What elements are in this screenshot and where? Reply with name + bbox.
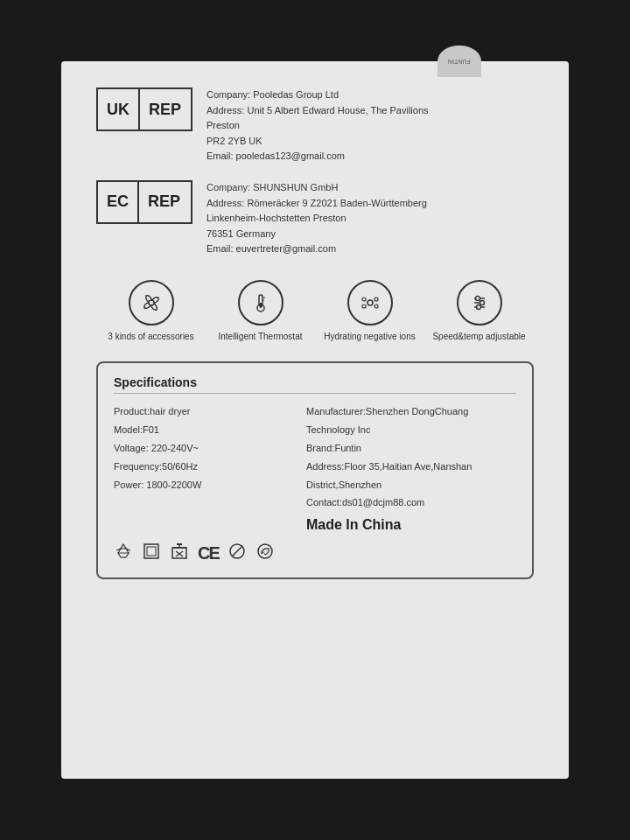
features-row: 3 kinds of accessories Intelligent Therm… [96, 280, 534, 342]
thermostat-label: Intelligent Thermostat [219, 331, 303, 342]
uk-email: Email: pooledas123@gmail.com [206, 149, 429, 164]
uk-rep-info: Company: Pooledas Group Ltd Address: Uni… [206, 88, 429, 164]
svg-point-15 [480, 300, 484, 304]
ce-mark: CE [198, 543, 219, 564]
ec-rep-box: EC REP [96, 180, 192, 224]
svg-point-27 [258, 544, 272, 558]
feature-thermostat: Intelligent Thermostat [213, 280, 309, 342]
accessories-label: 3 kinds of accessories [108, 331, 193, 342]
ec-company: Company: SHUNSHUN GmbH [206, 180, 427, 196]
spec-product: Product:hair dryer [114, 402, 289, 421]
feature-accessories: 3 kinds of accessories [103, 280, 200, 342]
ec-label: EC [98, 182, 139, 222]
disposal-icon [170, 542, 189, 565]
spec-contact: Contact:ds01@dcjm88.com [306, 494, 516, 512]
svg-point-14 [475, 296, 480, 300]
rep-label-ec: REP [139, 182, 189, 222]
svg-point-6 [368, 300, 373, 305]
speed-icon [457, 280, 502, 326]
svg-point-10 [374, 304, 378, 308]
svg-rect-18 [147, 547, 156, 556]
svg-line-26 [232, 546, 242, 556]
uk-company: Company: Pooledas Group Ltd [206, 88, 429, 103]
uk-address1: Address: Unit 5 Albert Edward House, The… [206, 103, 429, 119]
spec-manufacturer: Manufacturer:Shenzhen DongChuang Technol… [306, 402, 516, 439]
ec-email: Email: euvertreter@gmail.com [206, 242, 427, 257]
speed-label: Speed&temp adjustable [432, 331, 525, 342]
ec-address1: Address: Römeräcker 9 Z2021 Baden-Württe… [206, 196, 427, 212]
weee-icon [142, 542, 161, 565]
ec-rep-info: Company: SHUNSHUN GmbH Address: Römeräck… [206, 180, 427, 257]
sticker-text: FUNTIN [448, 58, 471, 65]
svg-point-16 [476, 304, 480, 309]
feature-speed: Speed&temp adjustable [431, 280, 528, 342]
rep-label-uk: REP [140, 89, 190, 130]
spec-frequency: Frequency:50/60Hz [114, 458, 289, 476]
svg-point-8 [374, 298, 378, 301]
ec-address3: 76351 Germany [206, 227, 427, 242]
spec-model: Model:F01 [114, 421, 289, 439]
product-box-panel: FUNTIN UK REP Company: Pooledas Group Lt… [61, 61, 569, 779]
spec-address: Address:Floor 35,Haitian Ave,Nanshan Dis… [306, 458, 516, 494]
feature-ions: Hydrating negative ions [322, 280, 418, 342]
uk-address3: PR2 2YB UK [206, 134, 429, 150]
specs-title: Specifications [114, 375, 516, 394]
specs-content: Product:hair dryer Model:F01 Voltage: 22… [114, 402, 516, 533]
specifications-box: Specifications Product:hair dryer Model:… [96, 361, 534, 579]
thermostat-icon [238, 280, 284, 326]
ions-icon [347, 280, 393, 326]
svg-point-7 [362, 298, 366, 301]
svg-point-9 [362, 304, 366, 308]
no-icon [228, 542, 247, 565]
ec-rep-section: EC REP Company: SHUNSHUN GmbH Address: R… [96, 180, 534, 257]
uk-label: UK [98, 89, 140, 130]
spec-power: Power: 1800-2200W [114, 476, 289, 494]
uk-rep-section: UK REP Company: Pooledas Group Ltd Addre… [96, 88, 534, 164]
top-sticker: FUNTIN [438, 46, 481, 77]
ions-label: Hydrating negative ions [324, 331, 416, 342]
ec-address2: Linkenheim-Hochstetten Preston [206, 211, 427, 227]
svg-rect-19 [172, 548, 186, 558]
green-dot-icon [256, 542, 275, 565]
compliance-row: CE [114, 542, 516, 565]
accessories-icon [129, 280, 174, 326]
made-in-china: Made In China [306, 517, 516, 533]
svg-point-0 [149, 300, 154, 305]
spec-brand: Brand:Funtin [306, 439, 516, 458]
svg-rect-17 [144, 544, 158, 558]
uk-address2: Preston [206, 118, 429, 134]
recycle-icon [114, 542, 133, 565]
spec-voltage: Voltage: 220-240V~ [114, 439, 289, 458]
uk-rep-box: UK REP [96, 88, 192, 131]
specs-right: Manufacturer:Shenzhen DongChuang Technol… [306, 402, 516, 533]
specs-left: Product:hair dryer Model:F01 Voltage: 22… [114, 402, 289, 533]
